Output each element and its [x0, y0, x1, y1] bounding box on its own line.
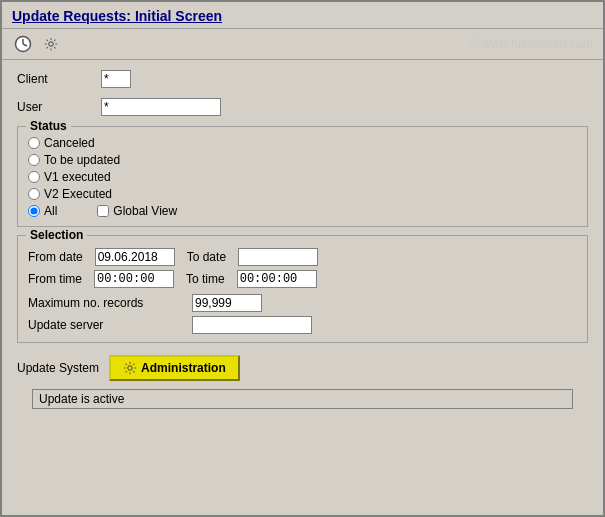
page-title: Update Requests: Initial Screen — [12, 8, 222, 24]
from-date-label: From date — [28, 250, 83, 264]
radio-v2-executed: V2 Executed — [28, 187, 577, 201]
gear-admin-icon — [123, 361, 137, 375]
radio-all-input[interactable] — [28, 205, 40, 217]
radio-canceled-label: Canceled — [44, 136, 95, 150]
title-bar: Update Requests: Initial Screen — [2, 2, 603, 29]
user-input[interactable] — [101, 98, 221, 116]
radio-v2-executed-input[interactable] — [28, 188, 40, 200]
radio-canceled-input[interactable] — [28, 137, 40, 149]
toolbar: © www.tutorialkart.com — [2, 29, 603, 60]
main-window: Update Requests: Initial Screen © www.tu… — [0, 0, 605, 517]
global-view-checkbox[interactable] — [97, 205, 109, 217]
update-system-section: Update System Administration — [17, 355, 588, 381]
update-server-input[interactable] — [192, 316, 312, 334]
max-records-input[interactable] — [192, 294, 262, 312]
user-label: User — [17, 100, 97, 114]
status-group-title: Status — [26, 119, 71, 133]
global-view-section: Global View — [97, 204, 177, 218]
max-records-label: Maximum no. records — [28, 296, 188, 310]
radio-to-be-updated: To be updated — [28, 153, 577, 167]
to-date-label: To date — [187, 250, 226, 264]
to-time-input[interactable] — [237, 270, 317, 288]
date-row: From date To date — [28, 248, 577, 266]
selection-group-title: Selection — [26, 228, 87, 242]
to-date-input[interactable] — [238, 248, 318, 266]
gear-toolbar-icon[interactable] — [40, 33, 62, 55]
time-row: From time To time — [28, 270, 577, 288]
administration-button[interactable]: Administration — [109, 355, 240, 381]
global-view-label: Global View — [113, 204, 177, 218]
administration-button-label: Administration — [141, 361, 226, 375]
svg-point-3 — [49, 42, 53, 46]
radio-v1-executed: V1 executed — [28, 170, 577, 184]
from-date-input[interactable] — [95, 248, 175, 266]
to-time-label: To time — [186, 272, 225, 286]
status-message: Update is active — [39, 392, 124, 406]
radio-canceled: Canceled — [28, 136, 577, 150]
all-row: All Global View — [28, 204, 577, 218]
radio-all-container: All — [28, 204, 57, 218]
client-label: Client — [17, 72, 97, 86]
update-server-row: Update server — [28, 316, 577, 334]
svg-point-4 — [128, 366, 132, 370]
watermark: © www.tutorialkart.com — [470, 37, 593, 51]
from-time-label: From time — [28, 272, 82, 286]
radio-all-label: All — [44, 204, 57, 218]
radio-to-be-updated-input[interactable] — [28, 154, 40, 166]
clock-icon[interactable] — [12, 33, 34, 55]
radio-v1-executed-input[interactable] — [28, 171, 40, 183]
max-records-row: Maximum no. records — [28, 294, 577, 312]
client-input[interactable] — [101, 70, 131, 88]
update-server-label: Update server — [28, 318, 188, 332]
status-group: Status Canceled To be updated V1 execute… — [17, 126, 588, 227]
radio-v1-executed-label: V1 executed — [44, 170, 111, 184]
status-bar: Update is active — [32, 389, 573, 409]
content-area: Client User Status Canceled To be update… — [2, 60, 603, 515]
from-time-input[interactable] — [94, 270, 174, 288]
radio-v2-executed-label: V2 Executed — [44, 187, 112, 201]
client-row: Client — [17, 70, 588, 88]
selection-group: Selection From date To date From time To… — [17, 235, 588, 343]
update-system-label: Update System — [17, 361, 99, 375]
radio-to-be-updated-label: To be updated — [44, 153, 120, 167]
user-row: User — [17, 98, 588, 116]
